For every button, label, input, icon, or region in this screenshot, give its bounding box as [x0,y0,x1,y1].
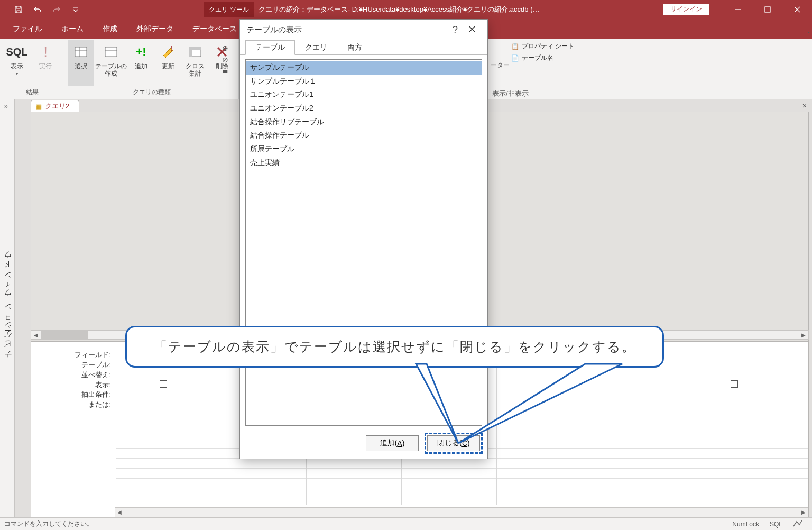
crosstab-icon [188,43,202,61]
close-button[interactable] [782,0,812,19]
ribbon-collapse-icon[interactable]: ˆ [808,31,810,108]
tab-create[interactable]: 作成 [93,20,127,39]
status-design-view-icon[interactable] [788,519,808,528]
grid-label-criteria: 抽出条件: [31,390,113,400]
callout-pointer-right [458,364,622,443]
group-label-result: 結果 [3,86,61,99]
dialog-tabs: テーブル クエリ 両方 [240,40,487,55]
property-sheet-button[interactable]: 📋 プロパティ シート [511,42,574,51]
append-button[interactable]: +! 追加 [128,40,154,86]
scroll-left-icon[interactable]: ◀ [115,508,124,517]
list-item[interactable]: 売上実績 [246,156,482,170]
navigation-pane-collapsed[interactable]: » ナビゲーション ウィンドウ [0,99,15,517]
union-query-icon[interactable]: ⊕ [222,44,228,52]
nav-pane-label: ナビゲーション ウィンドウ [3,254,12,363]
parameters-tail: ーター [491,61,510,70]
make-table-icon [104,43,118,61]
data-definition-icon[interactable]: ≣ [222,67,228,76]
grid-label-show: 表示: [31,380,113,390]
run-icon: ! [43,43,47,61]
dialog-tab-table[interactable]: テーブル [245,40,295,55]
undo-icon[interactable] [33,5,42,14]
list-item[interactable]: 結合操作サブテーブル [246,115,482,129]
make-table-button[interactable]: テーブルの 作成 [95,40,127,86]
nav-expand-icon[interactable]: » [4,103,8,110]
select-query-button[interactable]: 選択 [68,40,94,86]
dialog-help-icon[interactable]: ? [447,22,463,38]
scroll-right-icon[interactable]: ▶ [799,508,808,517]
query-icon: ▦ [35,103,42,111]
property-sheet-icon: 📋 [511,43,519,50]
callout-pointer-left [416,364,458,443]
status-numlock: NumLock [727,520,764,528]
show-checkbox[interactable] [731,380,738,388]
select-query-icon [74,43,88,61]
list-item[interactable]: ユニオンテーブル1 [246,88,482,102]
contextual-tab-label: クエリ ツール [204,2,254,17]
list-item[interactable]: ユニオンテーブル2 [246,102,482,115]
append-icon: +! [135,43,146,61]
scrollbar-thumb[interactable] [41,331,88,339]
document-tab-label: クエリ2 [45,102,69,111]
grid-row-labels: フィールド: テーブル: 並べ替え: 表示: 抽出条件: または: [31,350,113,410]
list-item[interactable]: 結合操作テーブル [246,129,482,142]
tab-home[interactable]: ホーム [52,20,93,39]
status-bar: コマンドを入力してください。 NumLock SQL [0,517,812,530]
status-hint: コマンドを入力してください。 [4,519,93,528]
update-button[interactable]: ! 更新 [155,40,181,86]
status-sql-view-icon[interactable]: SQL [764,520,788,528]
sql-icon: SQL [6,43,27,61]
scroll-right-icon[interactable]: ▶ [799,331,808,339]
scroll-left-icon[interactable]: ◀ [31,331,41,339]
update-icon: ! [161,43,175,61]
tab-external[interactable]: 外部データ [127,20,183,39]
quick-access-toolbar [0,5,80,14]
svg-rect-1 [75,47,87,57]
list-item[interactable]: サンプルテーブル [246,61,482,75]
list-item[interactable]: サンプルテーブル１ [246,75,482,88]
show-checkbox[interactable] [160,380,167,388]
crosstab-button[interactable]: クロス 集計 [182,40,208,86]
redo-icon [52,5,61,14]
svg-text:!: ! [171,45,172,52]
tab-file[interactable]: ファイル [3,20,52,39]
save-icon[interactable] [14,5,23,14]
table-name-icon: 📄 [511,54,519,62]
list-item[interactable]: 所属テーブル [246,142,482,156]
maximize-button[interactable] [753,0,782,19]
dropdown-icon: ▾ [16,71,18,77]
dialog-close-icon[interactable] [463,23,481,36]
grid-label-sort: 並べ替え: [31,370,113,380]
group-label-type: クエリの種類 [68,86,235,99]
svg-rect-4 [105,47,117,57]
grid-label-or: または: [31,400,113,410]
svg-rect-9 [189,47,192,57]
run-button: ! 実行 [32,40,59,86]
table-name-button[interactable]: 📄 テーブル名 [511,53,574,62]
minimize-button[interactable] [723,0,753,19]
instruction-callout: 「テーブルの表示」でテーブルは選択せずに「閉じる」をクリックする。 [125,326,664,368]
dialog-tab-both[interactable]: 両方 [337,40,372,55]
dialog-title: テーブルの表示 [246,25,302,35]
view-button[interactable]: SQL 表示 ▾ [3,40,31,86]
group-label-showhide: 表示/非表示 [492,89,529,98]
svg-rect-0 [765,7,770,12]
signin-button[interactable]: サインイン [663,4,709,15]
grid-label-table: テーブル: [31,360,113,370]
document-close-icon[interactable]: × [802,102,807,110]
grid-label-field: フィールド: [31,350,113,360]
passthrough-icon[interactable]: ⊘ [222,56,228,64]
qat-customize-icon[interactable] [71,5,80,14]
callout-text: 「テーブルの表示」でテーブルは選択せずに「閉じる」をクリックする。 [125,326,664,368]
grid-horizontal-scrollbar[interactable]: ◀ ▶ [115,507,808,517]
window-title: クエリの紹介：データベース- D:¥HUserdata¥desktop¥Acce… [259,5,540,14]
title-bar: クエリ ツール クエリの紹介：データベース- D:¥HUserdata¥desk… [0,0,812,19]
document-tab[interactable]: ▦ クエリ2 [31,100,79,112]
dialog-tab-query[interactable]: クエリ [295,40,337,55]
